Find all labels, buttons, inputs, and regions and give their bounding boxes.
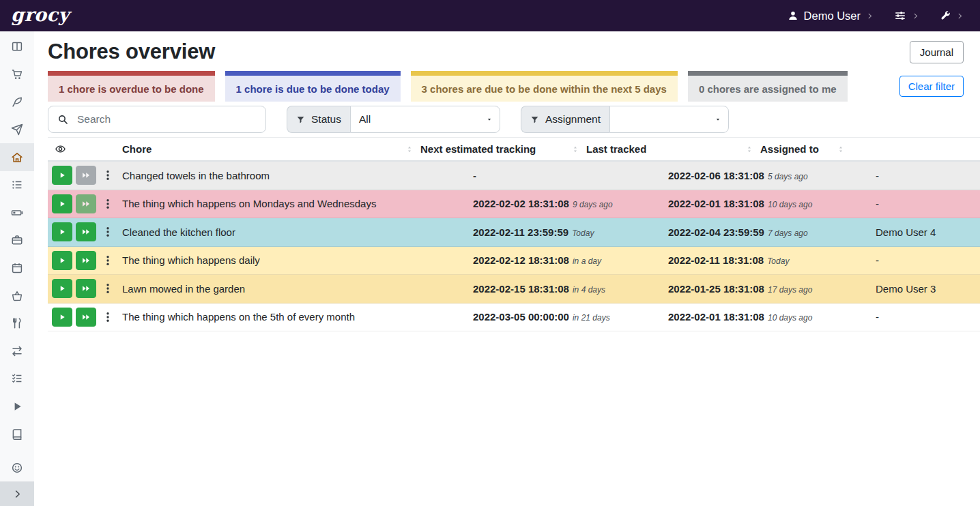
relative-time: in a day [573,256,601,266]
play-icon [11,400,23,413]
filter-card-due-today[interactable]: 1 chore is due to be done today [225,71,401,102]
sidebar-item-basket[interactable] [0,282,34,310]
row-menu-button[interactable] [101,226,115,238]
row-menu-button[interactable] [101,311,115,323]
track-chore-button[interactable] [52,222,72,241]
last-tracked: 2022-02-04 23:59:597 days ago [667,226,875,238]
sort-icon [571,145,579,153]
clear-filter-button[interactable]: Clear filter [899,76,964,97]
track-chore-button[interactable] [52,279,72,298]
briefcase-icon [11,234,23,246]
track-chore-button[interactable] [52,194,72,213]
filter-icon [296,115,305,124]
play-icon [58,284,66,293]
smiley-icon [11,462,23,474]
sidebar-item-utensils[interactable] [0,310,34,338]
relative-time: Today [572,228,594,238]
chore-name: Lawn mowed in the garden [121,283,472,295]
status-select[interactable]: All [350,106,500,133]
assignment-select[interactable] [609,106,729,133]
sidebar-item-shopping-cart[interactable] [0,61,34,89]
filter-card-due-soon[interactable]: 3 chores are due to be done within the n… [411,71,678,102]
sidebar-item-book[interactable] [0,420,34,448]
sort-icon [745,145,753,153]
sidebar-item-play[interactable] [0,393,34,421]
skip-chore-button[interactable] [76,166,96,185]
user-menu-label: Demo User [804,10,861,23]
ellipsis-vertical-icon [102,254,114,267]
columns-icon [11,40,23,53]
ellipsis-vertical-icon [102,311,114,323]
home-icon [11,151,23,164]
column-header-last-tracked[interactable]: Last tracked [586,143,760,155]
sidebar-expand-button[interactable] [0,481,34,506]
assigned-to: - [875,311,980,323]
relative-time: 7 days ago [768,228,808,238]
filter-icon [530,115,539,124]
column-header-assigned-to[interactable]: Assigned to [760,143,849,155]
admin-menu[interactable] [940,10,964,21]
search-icon [57,114,68,125]
skip-chore-button[interactable] [76,251,96,270]
sidebar-item-exchange[interactable] [0,338,34,366]
eye-icon[interactable] [55,143,66,155]
sidebar-item-home[interactable] [0,143,34,171]
shopping-cart-icon [11,68,23,80]
status-filter-group: Status All [287,106,500,133]
filter-card-overdue[interactable]: 1 chore is overdue to be done [48,71,215,102]
sidebar-item-paper-plane[interactable] [0,116,34,144]
column-header-chore[interactable]: Chore [121,143,420,155]
calendar-icon [11,262,23,274]
skip-chore-button[interactable] [76,279,96,298]
sidebar-item-briefcase[interactable] [0,226,34,254]
sidebar-item-columns[interactable] [0,33,34,61]
feather-icon [11,95,23,108]
app-logo[interactable]: grocy [0,4,70,27]
relative-time: 17 days ago [768,285,812,295]
row-controls [48,279,121,298]
row-menu-button[interactable] [101,169,115,181]
sidebar-item-battery[interactable] [0,199,34,227]
topbar: grocy Demo User [0,0,980,31]
skip-chore-button[interactable] [76,308,96,327]
last-tracked-timestamp: 2022-02-11 18:31:08 [668,254,764,266]
sidebar-item-smiley[interactable] [0,453,34,481]
journal-button[interactable]: Journal [910,41,964,63]
track-chore-button[interactable] [52,251,72,270]
filter-card-assigned-to-me[interactable]: 0 chores are assigned to me [688,71,848,102]
sidebar-item-calendar[interactable] [0,254,34,282]
sidebar-item-list[interactable] [0,171,34,199]
chevron-right-icon [12,489,23,499]
sidebar-item-feather[interactable] [0,88,34,116]
track-chore-button[interactable] [52,166,72,185]
settings-menu[interactable] [894,10,919,22]
sidebar-item-tasks[interactable] [0,365,34,393]
skip-chore-button[interactable] [76,194,96,213]
next-tracking-timestamp: 2022-03-05 00:00:00 [473,311,569,323]
chevron-right-icon [956,12,964,20]
table-row: Cleaned the kitchen floor 2022-02-11 23:… [48,218,980,247]
last-tracked: 2022-02-01 18:31:0810 days ago [667,311,875,323]
last-tracked-timestamp: 2022-01-25 18:31:08 [668,283,764,295]
row-menu-button[interactable] [101,282,115,295]
search-input[interactable] [77,113,265,125]
row-controls [48,308,121,327]
status-select-value: All [359,113,371,125]
exchange-icon [11,345,23,357]
ellipsis-vertical-icon [102,169,114,181]
row-menu-button[interactable] [101,254,115,267]
last-tracked-timestamp: 2022-02-01 18:31:08 [668,198,764,209]
last-tracked-timestamp: 2022-02-04 23:59:59 [668,226,764,238]
next-tracking-timestamp: 2022-02-02 18:31:08 [473,198,569,209]
track-chore-button[interactable] [52,308,72,327]
column-header-next-tracking[interactable]: Next estimated tracking [420,143,586,155]
battery-icon [11,207,23,219]
chore-name: The thing which happens daily [121,254,472,266]
next-estimated-tracking: 2022-02-15 18:31:08in 4 days [472,283,667,295]
skip-chore-button[interactable] [76,222,96,241]
assigned-to: - [875,254,980,266]
row-menu-button[interactable] [101,198,115,210]
relative-time: 10 days ago [768,200,812,209]
ellipsis-vertical-icon [102,226,114,238]
user-menu[interactable]: Demo User [788,10,874,23]
